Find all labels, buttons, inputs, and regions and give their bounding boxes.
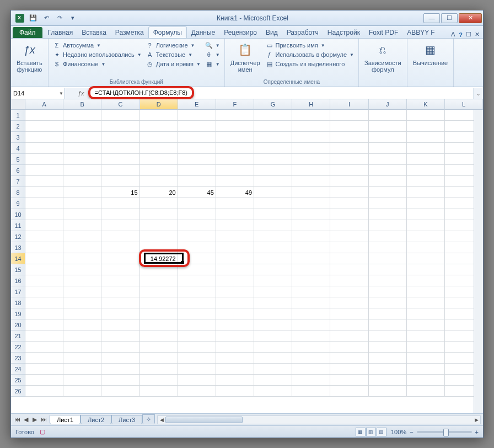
cell[interactable] xyxy=(25,154,63,165)
cell[interactable] xyxy=(254,198,292,209)
sheet-tab-active[interactable]: Лист1 xyxy=(50,415,80,424)
cell[interactable] xyxy=(178,209,216,220)
row-header[interactable]: 25 xyxy=(11,375,25,386)
cell[interactable] xyxy=(216,386,254,397)
cell[interactable] xyxy=(101,154,139,165)
column-header[interactable]: G xyxy=(254,99,292,110)
cell[interactable] xyxy=(216,319,254,330)
cell[interactable] xyxy=(63,275,101,286)
cell[interactable] xyxy=(254,143,292,154)
page-break-icon[interactable]: ▤ xyxy=(377,428,386,436)
cell[interactable] xyxy=(369,319,407,330)
row-header[interactable]: 13 xyxy=(11,242,25,253)
cell[interactable] xyxy=(292,110,330,121)
cell[interactable] xyxy=(292,308,330,319)
cell[interactable] xyxy=(216,242,254,253)
cell[interactable] xyxy=(369,176,407,187)
cell[interactable] xyxy=(178,132,216,143)
cell[interactable] xyxy=(140,386,178,397)
cell[interactable] xyxy=(63,364,101,375)
cell[interactable] xyxy=(216,375,254,386)
cell[interactable] xyxy=(63,132,101,143)
cell[interactable] xyxy=(101,364,139,375)
cell[interactable] xyxy=(63,375,101,386)
cell[interactable] xyxy=(63,176,101,187)
cell[interactable] xyxy=(369,342,407,353)
cell[interactable] xyxy=(63,198,101,209)
column-header[interactable]: H xyxy=(292,99,330,110)
cell[interactable] xyxy=(216,275,254,286)
cell[interactable] xyxy=(63,342,101,353)
file-tab[interactable]: Файл xyxy=(13,27,42,38)
cell[interactable] xyxy=(178,242,216,253)
cell[interactable] xyxy=(407,386,445,397)
lookup-button[interactable]: 🔍▼ xyxy=(204,41,221,50)
cell[interactable] xyxy=(292,264,330,275)
cell[interactable] xyxy=(216,353,254,364)
cell[interactable] xyxy=(63,286,101,297)
maximize-button[interactable]: ☐ xyxy=(441,13,458,23)
cell[interactable] xyxy=(407,286,445,297)
cell[interactable] xyxy=(140,231,178,242)
workbook-restore-icon[interactable]: ☐ xyxy=(466,31,471,38)
sheet-nav-buttons[interactable]: ⏮◀▶⏭ xyxy=(11,416,50,423)
row-header[interactable]: 26 xyxy=(11,386,25,397)
cell[interactable] xyxy=(407,353,445,364)
cell[interactable] xyxy=(25,286,63,297)
cell[interactable] xyxy=(140,209,178,220)
tab-insert[interactable]: Вставка xyxy=(77,27,111,38)
cell[interactable] xyxy=(407,297,445,308)
row-header[interactable]: 2 xyxy=(11,121,25,132)
tab-abbyy[interactable]: ABBYY F xyxy=(402,27,439,38)
cell[interactable] xyxy=(330,209,368,220)
cell[interactable] xyxy=(178,143,216,154)
cell[interactable] xyxy=(254,231,292,242)
formula-auditing-button[interactable]: ⎌ Зависимости формул xyxy=(361,40,405,74)
cell[interactable] xyxy=(407,165,445,176)
cell[interactable] xyxy=(292,220,330,231)
cell[interactable] xyxy=(25,121,63,132)
cell[interactable] xyxy=(216,165,254,176)
cell[interactable] xyxy=(101,209,139,220)
cell[interactable] xyxy=(216,264,254,275)
cell[interactable]: 49 xyxy=(216,187,254,198)
cell[interactable] xyxy=(101,386,139,397)
minimize-button[interactable]: — xyxy=(423,13,440,23)
cell[interactable] xyxy=(254,286,292,297)
column-header[interactable]: J xyxy=(369,99,407,110)
cell[interactable] xyxy=(369,364,407,375)
cell[interactable] xyxy=(178,286,216,297)
cell[interactable] xyxy=(63,231,101,242)
column-header[interactable]: D xyxy=(140,99,178,110)
cell[interactable] xyxy=(140,364,178,375)
name-box[interactable]: D14▼ xyxy=(11,88,65,99)
column-header[interactable]: K xyxy=(407,99,445,110)
row-header[interactable]: 23 xyxy=(11,353,25,364)
cell[interactable] xyxy=(292,386,330,397)
cell[interactable] xyxy=(63,110,101,121)
cell[interactable] xyxy=(369,308,407,319)
tab-addins[interactable]: Надстройк xyxy=(323,27,364,38)
cell[interactable] xyxy=(292,154,330,165)
cell[interactable] xyxy=(25,297,63,308)
cell[interactable] xyxy=(254,110,292,121)
cell[interactable] xyxy=(101,342,139,353)
cell[interactable] xyxy=(140,375,178,386)
cell[interactable] xyxy=(407,242,445,253)
zoom-level[interactable]: 100% xyxy=(391,429,406,435)
cell[interactable] xyxy=(292,143,330,154)
cell[interactable] xyxy=(292,165,330,176)
column-header[interactable]: I xyxy=(330,99,368,110)
cell[interactable] xyxy=(25,143,63,154)
cell[interactable] xyxy=(140,308,178,319)
cell[interactable] xyxy=(254,342,292,353)
sheet-tab-3[interactable]: Лист3 xyxy=(111,415,142,424)
cell[interactable] xyxy=(178,275,216,286)
cell[interactable] xyxy=(216,231,254,242)
cell[interactable] xyxy=(254,330,292,342)
cell[interactable] xyxy=(369,353,407,364)
cell[interactable] xyxy=(292,375,330,386)
cell[interactable] xyxy=(330,353,368,364)
cell[interactable] xyxy=(140,297,178,308)
cell[interactable] xyxy=(407,375,445,386)
